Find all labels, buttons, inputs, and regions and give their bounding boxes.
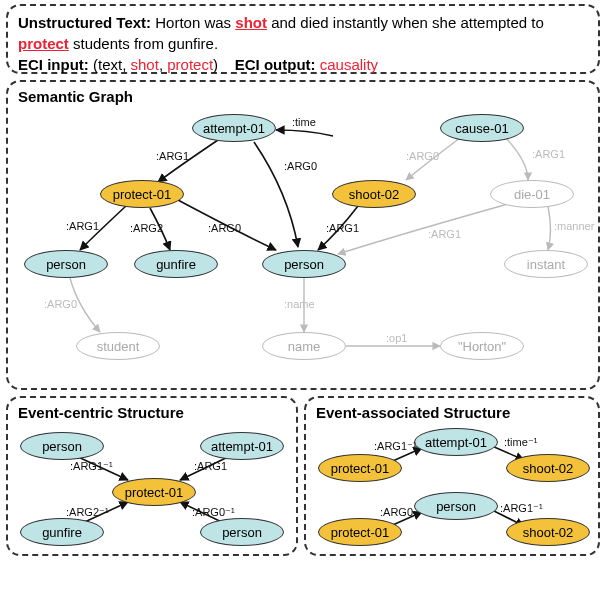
node-gunfire: gunfire — [134, 250, 218, 278]
node-person-1: person — [24, 250, 108, 278]
edge-label: :time — [292, 116, 316, 128]
eci-io-line: ECI input: (text, shot, protect) ECI out… — [18, 54, 588, 75]
edge-label: :name — [284, 298, 315, 310]
event-associated-panel: Event-associated Structure attempt-01 pr… — [304, 396, 600, 556]
ecs-node-gunfire: gunfire — [20, 518, 104, 546]
node-instant: instant — [504, 250, 588, 278]
node-protect: protect-01 — [100, 180, 184, 208]
eci-input-value: (text, shot, protect) — [93, 56, 218, 73]
eas-node-shoot-2: shoot-02 — [506, 518, 590, 546]
node-cause: cause-01 — [440, 114, 524, 142]
node-attempt: attempt-01 — [192, 114, 276, 142]
semantic-graph-title: Semantic Graph — [18, 88, 133, 105]
eas-title: Event-associated Structure — [316, 404, 510, 421]
node-horton: "Horton" — [440, 332, 524, 360]
eas-node-person: person — [414, 492, 498, 520]
edge-label: :ARG1 — [194, 460, 227, 472]
edge-label: :ARG0 — [284, 160, 317, 172]
edge-label: :ARG1⁻¹ — [500, 502, 543, 515]
eci-input-label: ECI input: — [18, 56, 89, 73]
text-pre: Horton was — [155, 14, 235, 31]
edge-label: :ARG1⁻¹ — [374, 440, 417, 453]
unstructured-text-label: Unstructured Text: — [18, 14, 151, 31]
edge-label: :ARG2⁻¹ — [66, 506, 109, 519]
text-mid: and died instantly when she attempted to — [267, 14, 544, 31]
edge-label: :ARG0 — [44, 298, 77, 310]
edge-label: :ARG0⁻¹ — [192, 506, 235, 519]
edge-label: :ARG1 — [428, 228, 461, 240]
ecs-node-person-1: person — [20, 432, 104, 460]
edge-label: :ARG1⁻¹ — [70, 460, 113, 473]
edge-label: :ARG0 — [208, 222, 241, 234]
text-post: students from gunfire. — [69, 35, 218, 52]
word-shot: shot — [235, 14, 267, 31]
input-panel: Unstructured Text: Horton was shot and d… — [6, 4, 600, 74]
semantic-graph-panel: Semantic Graph — [6, 80, 600, 390]
edge-label: :manner — [554, 220, 594, 232]
eas-node-protect-2: protect-01 — [318, 518, 402, 546]
node-person-2: person — [262, 250, 346, 278]
edge-label: :op1 — [386, 332, 407, 344]
edge-label: :ARG1 — [66, 220, 99, 232]
unstructured-text-line: Unstructured Text: Horton was shot and d… — [18, 12, 588, 54]
ecs-title: Event-centric Structure — [18, 404, 184, 421]
word-protect: protect — [18, 35, 69, 52]
node-student: student — [76, 332, 160, 360]
eas-node-protect-1: protect-01 — [318, 454, 402, 482]
eas-node-attempt: attempt-01 — [414, 428, 498, 456]
eci-output-value: causality — [320, 56, 378, 73]
ecs-node-attempt: attempt-01 — [200, 432, 284, 460]
event-centric-panel: Event-centric Structure person attempt-0… — [6, 396, 298, 556]
edge-label: :ARG1 — [326, 222, 359, 234]
node-die: die-01 — [490, 180, 574, 208]
eci-output-label: ECI output: — [235, 56, 316, 73]
edge-label: :ARG1 — [532, 148, 565, 160]
node-shoot: shoot-02 — [332, 180, 416, 208]
edge-label: :ARG1 — [156, 150, 189, 162]
ecs-node-protect: protect-01 — [112, 478, 196, 506]
edge-label: :ARG0 — [406, 150, 439, 162]
edge-label: :ARG0 — [380, 506, 413, 518]
eas-node-shoot-1: shoot-02 — [506, 454, 590, 482]
ecs-node-person-2: person — [200, 518, 284, 546]
edge-label: :time⁻¹ — [504, 436, 538, 449]
edge-label: :ARG2 — [130, 222, 163, 234]
node-name: name — [262, 332, 346, 360]
